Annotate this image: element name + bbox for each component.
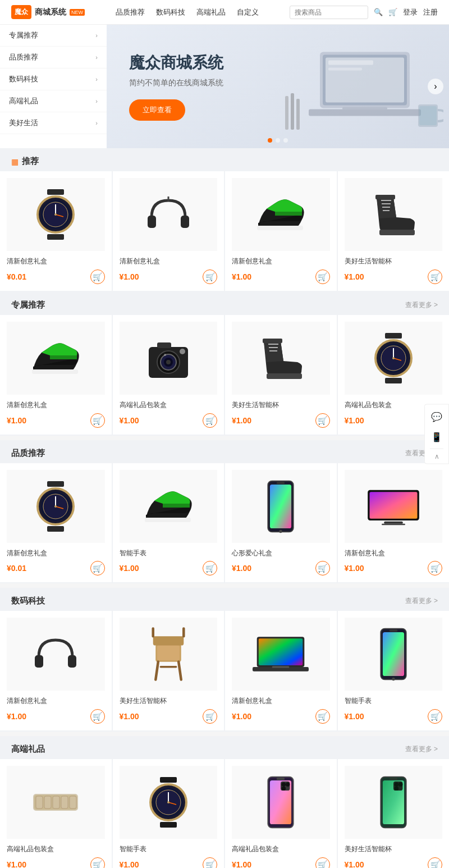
digital-more[interactable]: 查看更多 > <box>405 596 438 606</box>
add-to-cart-button[interactable]: 🛒 <box>315 413 330 428</box>
product-card[interactable]: 美好生活智能杯 ¥1.00 🛒 <box>113 611 224 730</box>
search-input[interactable] <box>290 6 368 19</box>
product-footer: ¥1.00 🛒 <box>345 269 443 284</box>
search-icon[interactable]: 🔍 <box>374 8 383 16</box>
banner-dot-3[interactable] <box>283 138 288 143</box>
luxury-more[interactable]: 查看更多 > <box>405 744 438 754</box>
banner-next-button[interactable]: › <box>428 79 443 94</box>
sidebar-item-digital[interactable]: 数码科技 › <box>0 68 107 90</box>
phone3-icon <box>253 774 309 830</box>
banner-dot-1[interactable] <box>268 138 272 143</box>
product-card[interactable]: 美好生活智能杯 ¥1.00 🛒 <box>225 315 337 435</box>
product-card[interactable]: 清新创意礼盒 ¥1.00 🛒 <box>225 171 337 291</box>
svg-rect-88 <box>36 796 43 808</box>
banner-pencils-image <box>281 90 303 135</box>
svg-point-112 <box>398 783 402 787</box>
chevron-right-icon: › <box>95 98 98 104</box>
product-card[interactable]: 高端礼品包装盒 ¥1.00 🛒 <box>113 315 224 435</box>
add-to-cart-button[interactable]: 🛒 <box>90 709 105 724</box>
product-image <box>7 766 105 839</box>
add-to-cart-button[interactable]: 🛒 <box>90 269 105 284</box>
product-price: ¥1.00 <box>7 860 26 868</box>
chair-icon <box>140 626 196 682</box>
add-to-cart-button[interactable]: 🛒 <box>203 561 217 575</box>
product-card[interactable]: 智能手表 ¥1.00 🛒 <box>113 759 224 868</box>
add-to-cart-button[interactable]: 🛒 <box>315 857 330 868</box>
add-to-cart-button[interactable]: 🛒 <box>428 709 442 724</box>
svg-rect-84 <box>389 630 397 632</box>
add-to-cart-button[interactable]: 🛒 <box>315 561 330 575</box>
logo-icon: 魔众 <box>11 5 31 19</box>
float-collapse-button[interactable]: ∧ <box>434 453 439 460</box>
add-to-cart-button[interactable]: 🛒 <box>428 561 442 575</box>
product-card[interactable]: 清新创意礼盒 ¥1.00 🛒 <box>113 171 224 291</box>
add-to-cart-button[interactable]: 🛒 <box>315 269 330 284</box>
product-card[interactable]: 清新创意礼盒 ¥1.00 🛒 <box>338 463 450 583</box>
product-name: 清新创意礼盒 <box>232 257 330 266</box>
product-name: 智能手表 <box>120 549 218 558</box>
product-image <box>232 618 330 691</box>
quality-grid: 清新创意礼盒 ¥0.01 🛒 智能手表 ¥1.00 🛒 <box>0 463 449 584</box>
product-card[interactable]: 高端礼品包装盒 ¥1.00 🛒 <box>225 759 337 868</box>
product-card[interactable]: 清新创意礼盒 ¥1.00 🛒 <box>225 611 337 730</box>
phone2-icon <box>365 626 421 682</box>
product-name: 高端礼品包装盒 <box>232 844 330 854</box>
add-to-cart-button[interactable]: 🛒 <box>428 857 442 868</box>
sidebar-item-featured[interactable]: 专属推荐 › <box>0 25 107 47</box>
nav-digital[interactable]: 数码科技 <box>156 7 185 17</box>
product-price: ¥1.00 <box>120 712 139 721</box>
product-card[interactable]: 美好生活智能杯 ¥1.00 🛒 <box>338 759 450 868</box>
product-card[interactable]: 美好生活智能杯 ¥1.00 🛒 <box>338 171 450 291</box>
product-card[interactable]: 高端礼品包装盒 ¥1.00 🛒 <box>0 759 112 868</box>
svg-rect-94 <box>160 822 177 828</box>
banner-cta-button[interactable]: 立即查看 <box>129 99 185 121</box>
add-to-cart-button[interactable]: 🛒 <box>203 269 217 284</box>
nav-luxury[interactable]: 高端礼品 <box>196 7 226 17</box>
add-to-cart-button[interactable]: 🛒 <box>90 561 105 575</box>
svg-point-63 <box>280 529 282 532</box>
featured-more[interactable]: 查看更多 > <box>405 300 438 310</box>
main-top: 专属推荐 › 品质推荐 › 数码科技 › 高端礼品 › 美好生活 › <box>0 25 449 148</box>
product-footer: ¥1.00 🛒 <box>120 709 218 724</box>
product-name: 清新创意礼盒 <box>120 257 218 266</box>
add-to-cart-button[interactable]: 🛒 <box>203 709 217 724</box>
float-wechat-button[interactable]: 📱 <box>428 428 445 445</box>
product-card[interactable]: 清新创意礼盒 ¥1.00 🛒 <box>0 315 112 435</box>
product-card[interactable]: 清新创意礼盒 ¥1.00 🛒 <box>0 611 112 730</box>
login-button[interactable]: 登录 <box>403 7 418 17</box>
add-to-cart-button[interactable]: 🛒 <box>203 413 217 428</box>
nav-quality[interactable]: 品质推荐 <box>116 7 145 17</box>
cart-icon[interactable]: 🛒 <box>388 8 397 16</box>
add-to-cart-button[interactable]: 🛒 <box>315 709 330 724</box>
product-footer: ¥1.00 🛒 <box>7 857 105 868</box>
add-to-cart-button[interactable]: 🛒 <box>428 269 442 284</box>
product-price: ¥0.01 <box>7 564 26 573</box>
add-to-cart-button[interactable]: 🛒 <box>90 857 105 868</box>
nav-custom[interactable]: 自定义 <box>237 7 259 17</box>
sidebar-item-quality[interactable]: 品质推荐 › <box>0 47 107 68</box>
sidebar: 专属推荐 › 品质推荐 › 数码科技 › 高端礼品 › 美好生活 › <box>0 25 107 148</box>
banner-dot-2[interactable] <box>276 138 280 143</box>
sidebar-item-luxury[interactable]: 高端礼品 › <box>0 90 107 112</box>
recommendation-section: ▦ 推荐 清新创意礼盒 ¥0.01 🛒 <box>0 148 449 292</box>
product-card[interactable]: 清新创意礼盒 ¥0.01 🛒 <box>0 171 112 291</box>
product-card[interactable]: 智能手表 ¥1.00 🛒 <box>113 463 224 583</box>
add-to-cart-button[interactable]: 🛒 <box>203 857 217 868</box>
product-name: 高端礼品包装盒 <box>7 844 105 854</box>
luxury-grid: 高端礼品包装盒 ¥1.00 🛒 智能手表 <box>0 759 449 868</box>
float-qq-button[interactable]: 💬 <box>428 408 445 425</box>
product-card[interactable]: 心形爱心礼盒 ¥1.00 🛒 <box>225 463 337 583</box>
sidebar-item-label: 美好生活 <box>9 118 38 128</box>
product-price: ¥1.00 <box>232 272 251 281</box>
register-button[interactable]: 注册 <box>423 7 438 17</box>
svg-rect-91 <box>61 796 68 808</box>
product-card[interactable]: 清新创意礼盒 ¥0.01 🛒 <box>0 463 112 583</box>
add-to-cart-button[interactable]: 🛒 <box>90 413 105 428</box>
svg-rect-79 <box>259 639 303 666</box>
logo[interactable]: 魔众 商城系统 NEW <box>11 5 85 19</box>
banner-title: 魔众商城系统 <box>129 52 223 74</box>
product-footer: ¥1.00 🛒 <box>232 561 330 575</box>
svg-line-74 <box>178 662 181 680</box>
sidebar-item-life[interactable]: 美好生活 › <box>0 112 107 134</box>
product-card[interactable]: 智能手表 ¥1.00 🛒 <box>338 611 450 730</box>
